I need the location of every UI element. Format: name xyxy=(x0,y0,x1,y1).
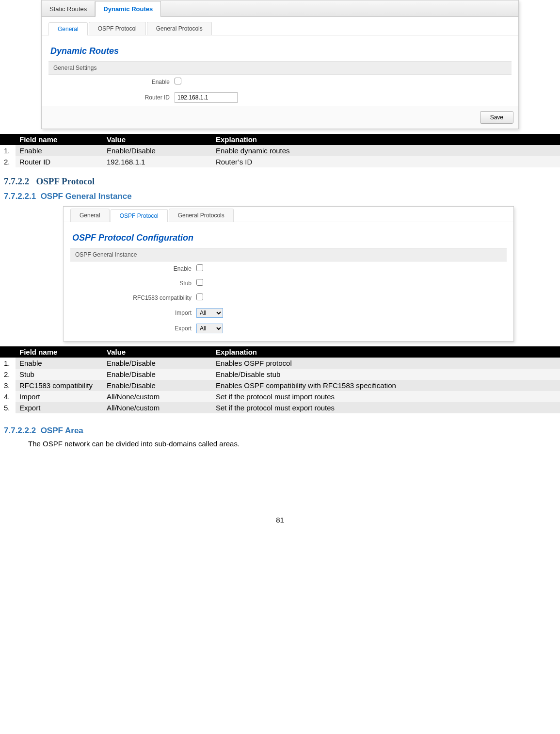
heading-ospf-protocol: 7.7.2.2 OSPF Protocol xyxy=(4,176,560,187)
input-router-id[interactable] xyxy=(175,92,238,103)
select-export[interactable]: All xyxy=(196,324,223,333)
subtab-general-protocols[interactable]: General Protocols xyxy=(147,22,212,35)
cell-value: Enable/Disable xyxy=(103,369,212,380)
table-dynamic-routes-fields: Field name Value Explanation 1. Enable E… xyxy=(0,134,560,167)
cell-num: 2. xyxy=(0,156,16,167)
screenshot-dynamic-routes: Static Routes Dynamic Routes General OSP… xyxy=(41,0,519,129)
tab-dynamic-routes[interactable]: Dynamic Routes xyxy=(95,1,161,17)
label-stub: Stub xyxy=(70,280,196,287)
cell-num: 3. xyxy=(0,380,16,391)
label-export: Export xyxy=(70,325,196,332)
th-num xyxy=(0,134,16,145)
cell-field: Enable xyxy=(16,358,103,369)
cell-field: Import xyxy=(16,391,103,402)
cell-expl: Enable/Disable stub xyxy=(212,369,560,380)
cell-value: All/None/custom xyxy=(103,402,212,413)
label-enable: Enable xyxy=(48,79,175,85)
cell-num: 5. xyxy=(0,402,16,413)
cell-field: Stub xyxy=(16,369,103,380)
cell-expl: Set if the protocol must import routes xyxy=(212,391,560,402)
cell-field: RFC1583 compatibility xyxy=(16,380,103,391)
th-explanation: Explanation xyxy=(212,346,560,358)
label-import: Import xyxy=(70,310,196,316)
screenshot-ospf-protocol: General OSPF Protocol General Protocols … xyxy=(63,206,514,342)
sub-tabs: General OSPF Protocol General Protocols xyxy=(42,17,518,35)
cell-expl: Set if the protocol must export routes xyxy=(212,402,560,413)
th-field: Field name xyxy=(16,346,103,358)
checkbox-stub[interactable] xyxy=(196,279,203,286)
checkbox-enable[interactable] xyxy=(175,78,181,84)
th-value: Value xyxy=(103,346,212,358)
table-ospf-fields: Field name Value Explanation 1. Enable E… xyxy=(0,346,560,413)
cell-num: 4. xyxy=(0,391,16,402)
subtab-general[interactable]: General xyxy=(70,209,110,222)
label-rfc1583: RFC1583 compatibility xyxy=(70,294,196,301)
heading-ospf-general-instance: 7.7.2.2.1 OSPF General Instance xyxy=(4,192,560,201)
cell-num: 1. xyxy=(0,145,16,156)
checkbox-rfc1583[interactable] xyxy=(196,294,203,300)
cell-value: Enable/Disable xyxy=(103,145,212,156)
th-field: Field name xyxy=(16,134,103,145)
subtab-ospf-protocol[interactable]: OSPF Protocol xyxy=(89,22,146,35)
subtab-general[interactable]: General xyxy=(48,22,88,35)
cell-num: 1. xyxy=(0,358,16,369)
subtab-general-protocols[interactable]: General Protocols xyxy=(169,209,234,222)
sub-tabs-ospf: General OSPF Protocol General Protocols xyxy=(64,207,513,222)
cell-field: Router ID xyxy=(16,156,103,167)
cell-value: 192.168.1.1 xyxy=(103,156,212,167)
th-value: Value xyxy=(103,134,212,145)
panel-title-ospf: OSPF Protocol Configuration xyxy=(70,229,507,248)
body-text-ospf-area: The OSPF network can be divided into sub… xyxy=(28,440,560,448)
section-header-general-settings: General Settings xyxy=(48,61,512,75)
top-tabs: Static Routes Dynamic Routes xyxy=(42,0,518,17)
cell-value: Enable/Disable xyxy=(103,358,212,369)
tab-static-routes[interactable]: Static Routes xyxy=(42,1,95,16)
cell-field: Enable xyxy=(16,145,103,156)
save-button[interactable]: Save xyxy=(480,111,513,124)
th-explanation: Explanation xyxy=(212,134,560,145)
select-import[interactable]: All xyxy=(196,308,223,318)
section-header-ospf-instance: OSPF General Instance xyxy=(70,248,507,261)
label-router-id: Router ID xyxy=(48,94,175,101)
cell-num: 2. xyxy=(0,369,16,380)
cell-expl: Enables OSPF compatibility with RFC1583 … xyxy=(212,380,560,391)
th-num xyxy=(0,346,16,358)
cell-value: Enable/Disable xyxy=(103,380,212,391)
cell-expl: Router’s ID xyxy=(212,156,560,167)
cell-expl: Enable dynamic routes xyxy=(212,145,560,156)
label-enable: Enable xyxy=(70,265,196,272)
cell-expl: Enables OSPF protocol xyxy=(212,358,560,369)
heading-ospf-area: 7.7.2.2.2 OSPF Area xyxy=(4,426,560,436)
checkbox-enable-ospf[interactable] xyxy=(196,264,203,271)
panel-title: Dynamic Routes xyxy=(48,42,512,61)
page-number: 81 xyxy=(0,516,560,534)
subtab-ospf-protocol[interactable]: OSPF Protocol xyxy=(111,209,168,222)
cell-value: All/None/custom xyxy=(103,391,212,402)
cell-field: Export xyxy=(16,402,103,413)
